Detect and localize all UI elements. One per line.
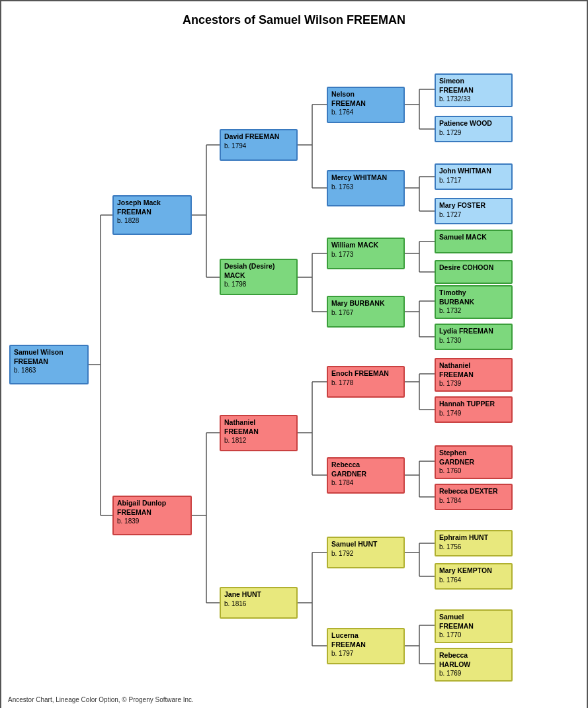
person-birth: b. 1767 (331, 309, 353, 316)
person-birth: b. 1732 (439, 307, 461, 314)
person-birth: b. 1828 (117, 217, 139, 224)
person-name: Desire COHOON (439, 263, 493, 271)
person-birth: b. 1778 (331, 379, 353, 386)
person-name-cont: FREEMAN (331, 99, 366, 107)
person-name: Mary KEMPTON (439, 566, 492, 574)
person-desiah: Desiah (Desire)MACKb. 1798 (220, 259, 298, 295)
person-mary_burbank: Mary BURBANKb. 1767 (327, 296, 405, 328)
person-rebecca_dexter: Rebecca DEXTERb. 1784 (435, 484, 513, 510)
person-name-cont: FREEMAN (117, 508, 151, 516)
person-birth: b. 1773 (331, 251, 353, 258)
person-simeon: SimeonFREEMANb. 1732/33 (435, 73, 513, 107)
person-rebecca_gardner: RebeccaGARDNERb. 1784 (327, 457, 405, 494)
person-joseph: Joseph MackFREEMANb. 1828 (112, 195, 192, 235)
person-name: Rebecca (331, 461, 360, 468)
person-birth: b. 1794 (224, 142, 246, 150)
person-name: Jane HUNT (224, 590, 261, 598)
person-birth: b. 1769 (439, 670, 461, 677)
person-birth: b. 1784 (439, 497, 461, 504)
person-birth: b. 1739 (439, 380, 461, 387)
person-name: David FREEMAN (224, 132, 279, 140)
person-name: John WHITMAN (439, 167, 491, 175)
person-name: Samuel HUNT (331, 540, 377, 548)
person-name-cont: HARLOW (439, 660, 470, 668)
person-birth: b. 1784 (331, 479, 353, 486)
person-ephraim: Ephraim HUNTb. 1756 (435, 530, 513, 556)
page-title: Ancestors of Samuel Wilson FREEMAN (1, 1, 587, 34)
person-birth: b. 1760 (439, 467, 461, 474)
person-samuel: Samuel WilsonFREEMANb. 1863 (9, 345, 89, 384)
person-birth: b. 1764 (439, 576, 461, 584)
person-william: William MACKb. 1773 (327, 238, 405, 269)
person-name: Mercy WHITMAN (331, 173, 387, 181)
person-birth: b. 1730 (439, 337, 461, 344)
person-name: Patience WOOD (439, 119, 492, 127)
person-name: Simeon (439, 77, 464, 85)
person-name-cont: FREEMAN (14, 357, 48, 365)
person-name-cont: GARDNER (439, 458, 474, 466)
person-name: Joseph Mack (117, 199, 161, 206)
person-name: Samuel MACK (439, 233, 487, 241)
person-birth: b. 1770 (439, 631, 461, 639)
person-name: Samuel Wilson (14, 348, 63, 356)
person-name: Lydia FREEMAN (439, 327, 493, 335)
person-samuel_mack: Samuel MACK (435, 230, 513, 253)
person-birth: b. 1816 (224, 600, 246, 607)
person-name: Desiah (Desire) (224, 262, 274, 270)
person-samuel_hunt: Samuel HUNTb. 1792 (327, 537, 405, 568)
person-lydia: Lydia FREEMANb. 1730 (435, 324, 513, 350)
person-name-cont: FREEMAN (224, 427, 259, 435)
person-john_whitman: John WHITMANb. 1717 (435, 163, 513, 190)
person-name: Mary FOSTER (439, 201, 485, 209)
person-birth: b. 1727 (439, 211, 461, 218)
person-name-cont: FREEMAN (439, 86, 474, 94)
person-nathaniel_1812: NathanielFREEMANb. 1812 (220, 415, 298, 451)
person-name: Timothy (439, 288, 466, 296)
ancestry-chart: Samuel WilsonFREEMANb. 1863Joseph MackFR… (1, 34, 588, 708)
person-birth: b. 1763 (331, 183, 353, 191)
person-timothy: TimothyBURBANKb. 1732 (435, 285, 513, 319)
person-birth: b. 1717 (439, 177, 461, 184)
person-lucerna: LucernaFREEMANb. 1797 (327, 628, 405, 664)
person-birth: b. 1797 (331, 650, 353, 657)
person-birth: b. 1798 (224, 281, 246, 288)
person-name: Samuel (439, 613, 464, 621)
person-rebecca_harlow: RebeccaHARLOWb. 1769 (435, 648, 513, 682)
person-name-cont: FREEMAN (117, 208, 151, 216)
person-desire_cohoon: Desire COHOON (435, 260, 513, 284)
person-name: Rebecca (439, 651, 468, 659)
person-name: Nathaniel (224, 418, 255, 426)
person-birth: b. 1732/33 (439, 95, 470, 103)
person-name: Nathaniel (439, 361, 470, 369)
person-name-cont: FREEMAN (331, 641, 366, 648)
person-hannah: Hannah TUPPERb. 1749 (435, 396, 513, 423)
person-name-cont: FREEMAN (439, 371, 474, 378)
person-birth: b. 1764 (331, 109, 353, 116)
person-name: Ephraim HUNT (439, 533, 488, 541)
person-name: Hannah TUPPER (439, 400, 495, 408)
person-name: Rebecca DEXTER (439, 487, 498, 495)
person-name: Enoch FREEMAN (331, 369, 389, 377)
person-nelson: NelsonFREEMANb. 1764 (327, 87, 405, 123)
footer-text: Ancestor Chart, Lineage Color Option, © … (8, 696, 194, 703)
person-birth: b. 1749 (439, 410, 461, 417)
person-stephen: StephenGARDNERb. 1760 (435, 445, 513, 479)
person-mary_kempton: Mary KEMPTONb. 1764 (435, 563, 513, 590)
person-birth: b. 1812 (224, 437, 246, 444)
person-david: David FREEMANb. 1794 (220, 129, 298, 161)
person-name: Lucerna (331, 631, 358, 639)
person-birth: b. 1863 (14, 367, 36, 374)
person-name-cont: FREEMAN (439, 622, 474, 630)
person-mary_foster: Mary FOSTERb. 1727 (435, 198, 513, 224)
person-birth: b. 1729 (439, 129, 461, 136)
person-name-cont: BURBANK (439, 298, 474, 306)
person-name-cont: MACK (224, 271, 245, 279)
person-samuel_freeman_1770: SamuelFREEMANb. 1770 (435, 609, 513, 643)
person-birth: b. 1839 (117, 517, 139, 525)
person-name: William MACK (331, 241, 378, 249)
person-jane: Jane HUNTb. 1816 (220, 587, 298, 619)
person-name: Stephen (439, 449, 466, 457)
person-enoch: Enoch FREEMANb. 1778 (327, 366, 405, 398)
person-patience: Patience WOODb. 1729 (435, 116, 513, 142)
person-birth: b. 1792 (331, 550, 353, 557)
